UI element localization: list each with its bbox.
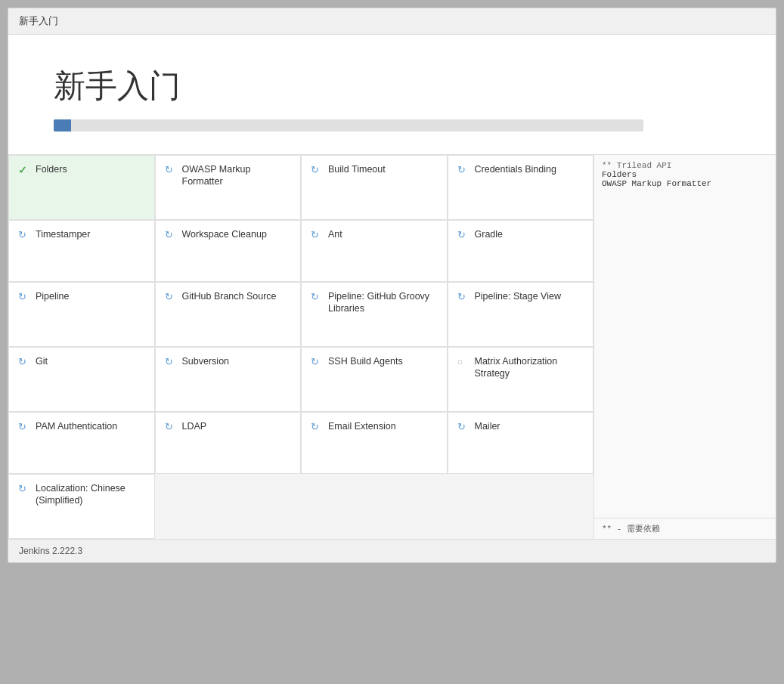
plugin-name-ldap: LDAP: [182, 420, 207, 432]
plugin-status-icon-credentials-binding: ↻: [457, 164, 469, 176]
plugin-status-icon-mailer: ↻: [457, 421, 469, 433]
plugin-cell-credentials-binding: ↻Credentials Binding: [448, 155, 594, 220]
footer-bar: Jenkins 2.222.3: [8, 539, 776, 562]
plugin-status-icon-build-timeout: ↻: [311, 164, 323, 176]
window-title: 新手入门: [19, 15, 58, 26]
plugin-name-workspace-cleanup: Workspace Cleanup: [182, 228, 267, 240]
plugin-status-icon-ant: ↻: [311, 229, 323, 241]
plugin-cell-build-timeout: ↻Build Timeout: [301, 155, 448, 220]
plugin-cell-pipeline: ↻Pipeline: [8, 282, 155, 347]
plugin-status-icon-github-branch-source: ↻: [165, 291, 177, 303]
plugin-cell-pipeline-stage-view: ↻Pipeline: Stage View: [448, 282, 594, 347]
plugin-cell-email-extension: ↻Email Extension: [301, 412, 448, 474]
log-line1: Folders: [602, 170, 637, 179]
plugin-status-icon-pam-auth: ↻: [18, 421, 30, 433]
plugin-cell-matrix-auth: ○Matrix Authorization Strategy: [448, 347, 594, 412]
footer-note: ** - 需要依赖: [594, 518, 776, 539]
plugin-name-pam-auth: PAM Authentication: [36, 420, 117, 432]
plugin-status-icon-subversion: ↻: [165, 356, 177, 368]
content-area: 新手入门 ✓Folders↻OWASP Markup Formatter↻Bui…: [8, 35, 776, 539]
plugin-status-icon-pipeline-github-groovy: ↻: [311, 291, 323, 303]
plugin-name-ssh-build-agents: SSH Build Agents: [328, 355, 403, 367]
plugin-name-git: Git: [36, 355, 48, 367]
plugin-name-gradle: Gradle: [475, 228, 504, 240]
plugin-name-pipeline-stage-view: Pipeline: Stage View: [475, 290, 561, 302]
plugin-name-github-branch-source: GitHub Branch Source: [182, 290, 277, 302]
plugin-cell-empty-21: [155, 474, 302, 539]
log-panel: ** Trilead API Folders OWASP Markup Form…: [594, 155, 776, 518]
plugin-cell-empty-22: [301, 474, 448, 539]
plugins-section: ✓Folders↻OWASP Markup Formatter↻Build Ti…: [8, 154, 776, 539]
page-title: 新手入门: [54, 65, 730, 107]
right-panel: ** Trilead API Folders OWASP Markup Form…: [594, 155, 776, 539]
plugin-status-icon-timestamper: ↻: [18, 229, 30, 241]
plugin-status-icon-ssh-build-agents: ↻: [311, 356, 323, 368]
plugin-name-credentials-binding: Credentials Binding: [475, 163, 556, 175]
plugin-cell-pam-auth: ↻PAM Authentication: [8, 412, 155, 474]
plugin-status-icon-ldap: ↻: [165, 421, 177, 433]
plugins-grid: ✓Folders↻OWASP Markup Formatter↻Build Ti…: [8, 155, 594, 539]
plugin-status-icon-pipeline-stage-view: ↻: [457, 291, 469, 303]
plugin-cell-folders: ✓Folders: [8, 155, 155, 220]
plugin-status-icon-email-extension: ↻: [311, 421, 323, 433]
plugin-name-localization-chinese: Localization: Chinese (Simplified): [36, 482, 145, 507]
main-window: 新手入门 新手入门 ✓Folders↻OWASP Markup Formatte…: [8, 8, 776, 563]
log-api-note: ** Trilead API: [602, 161, 671, 170]
plugin-cell-ldap: ↻LDAP: [155, 412, 302, 474]
plugin-name-mailer: Mailer: [475, 420, 500, 432]
plugin-name-pipeline-github-groovy: Pipeline: GitHub Groovy Libraries: [328, 290, 438, 315]
plugin-status-icon-pipeline: ↻: [18, 291, 30, 303]
progress-bar-fill: [54, 119, 71, 132]
plugin-cell-workspace-cleanup: ↻Workspace Cleanup: [155, 220, 302, 282]
plugin-status-icon-localization-chinese: ↻: [18, 483, 30, 495]
plugin-name-subversion: Subversion: [182, 355, 230, 367]
progress-bar-container: [54, 119, 643, 132]
hero-section: 新手入门: [8, 35, 776, 154]
plugin-name-email-extension: Email Extension: [328, 420, 396, 432]
title-bar: 新手入门: [8, 8, 776, 35]
plugin-status-icon-gradle: ↻: [457, 229, 469, 241]
plugin-name-ant: Ant: [328, 228, 342, 240]
plugin-cell-owasp: ↻OWASP Markup Formatter: [155, 155, 302, 220]
plugin-name-pipeline: Pipeline: [36, 290, 69, 302]
plugin-name-timestamper: Timestamper: [36, 228, 90, 240]
plugin-cell-github-branch-source: ↻GitHub Branch Source: [155, 282, 302, 347]
plugin-cell-pipeline-github-groovy: ↻Pipeline: GitHub Groovy Libraries: [301, 282, 448, 347]
plugin-name-folders: Folders: [36, 163, 67, 175]
plugin-status-icon-folders: ✓: [18, 164, 30, 176]
plugin-status-icon-owasp: ↻: [165, 164, 177, 176]
plugin-cell-timestamper: ↻Timestamper: [8, 220, 155, 282]
plugin-cell-git: ↻Git: [8, 347, 155, 412]
log-line2: OWASP Markup Formatter: [602, 179, 711, 188]
plugin-status-icon-workspace-cleanup: ↻: [165, 229, 177, 241]
plugin-name-build-timeout: Build Timeout: [328, 163, 386, 175]
jenkins-version: Jenkins 2.222.3: [19, 546, 82, 556]
plugin-status-icon-git: ↻: [18, 356, 30, 368]
plugin-cell-ant: ↻Ant: [301, 220, 448, 282]
plugin-name-matrix-auth: Matrix Authorization Strategy: [475, 355, 584, 380]
plugin-cell-mailer: ↻Mailer: [448, 412, 594, 474]
plugin-status-icon-matrix-auth: ○: [457, 356, 469, 368]
plugin-name-owasp: OWASP Markup Formatter: [182, 163, 292, 188]
plugin-cell-subversion: ↻Subversion: [155, 347, 302, 412]
plugin-cell-gradle: ↻Gradle: [448, 220, 594, 282]
plugin-cell-empty-23: [448, 474, 594, 539]
plugin-cell-localization-chinese: ↻Localization: Chinese (Simplified): [8, 474, 155, 539]
plugin-cell-ssh-build-agents: ↻SSH Build Agents: [301, 347, 448, 412]
